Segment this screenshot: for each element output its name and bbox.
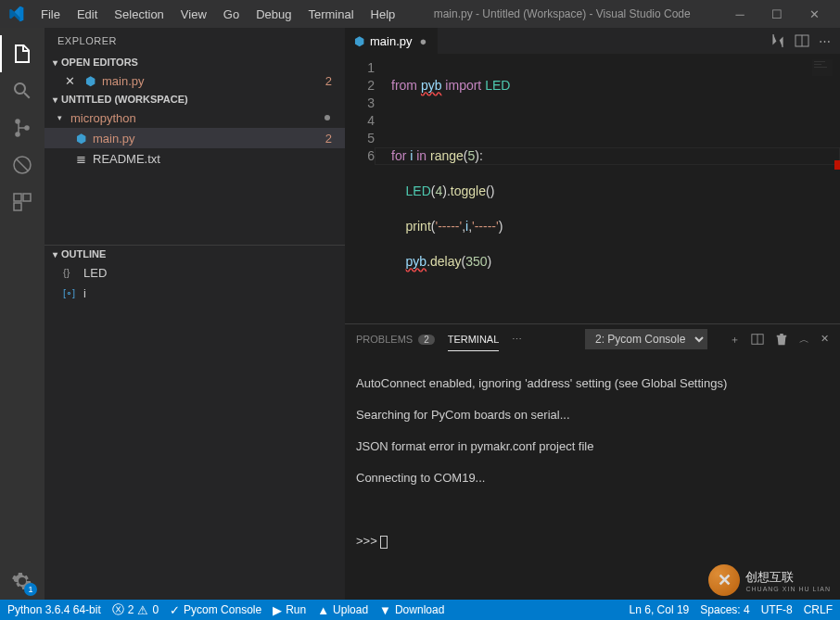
- chevron-down-icon: ▾: [57, 113, 69, 122]
- folder-row[interactable]: ▾ micropython: [45, 108, 345, 128]
- terminal-cursor: [380, 536, 388, 549]
- menu-go[interactable]: Go: [216, 4, 247, 25]
- minimize-button[interactable]: ─: [721, 0, 758, 28]
- download-icon: ▼: [379, 603, 391, 617]
- minimap[interactable]: [812, 59, 833, 76]
- activity-debug[interactable]: [0, 146, 45, 183]
- open-editors-label: OPEN EDITORS: [61, 57, 138, 68]
- panel-tab-problems[interactable]: PROBLEMS 2: [356, 328, 435, 350]
- terminal-selector[interactable]: 2: Pycom Console: [585, 329, 707, 349]
- chevron-down-icon: ▾: [48, 95, 61, 105]
- activity-extensions[interactable]: [0, 183, 45, 221]
- maximize-button[interactable]: ☐: [758, 0, 795, 28]
- compare-changes-icon[interactable]: [770, 33, 785, 48]
- section-workspace[interactable]: ▾ UNTITLED (WORKSPACE): [45, 91, 345, 108]
- outline-label: OUTLINE: [61, 248, 106, 259]
- close-button[interactable]: ✕: [795, 0, 833, 28]
- menu-debug[interactable]: Debug: [248, 4, 299, 25]
- python-file-icon: ⬢: [72, 132, 89, 146]
- sidebar-title: EXPLORER: [45, 28, 345, 54]
- play-icon: ▶: [273, 603, 282, 617]
- activity-search[interactable]: [0, 72, 45, 109]
- menu-help[interactable]: Help: [363, 4, 403, 25]
- python-file-icon: ⬢: [354, 34, 364, 48]
- close-panel-icon[interactable]: ✕: [821, 333, 829, 347]
- file-row[interactable]: ≣ README.txt: [45, 148, 345, 169]
- chevron-down-icon: ▾: [48, 249, 61, 259]
- modified-dot-icon: [325, 115, 330, 120]
- warning-icon: ⚠: [137, 603, 148, 617]
- status-eol[interactable]: CRLF: [804, 603, 833, 616]
- activity-bar: 1: [0, 28, 45, 600]
- terminal-output[interactable]: AutoConnect enabled, ignoring 'address' …: [345, 354, 840, 600]
- text-file-icon: ≣: [72, 152, 89, 166]
- menu-view[interactable]: View: [173, 4, 214, 25]
- code-content[interactable]: from pyb import LED for i in range(5): L…: [391, 59, 840, 323]
- svg-rect-5: [814, 64, 821, 65]
- svg-rect-6: [814, 67, 827, 68]
- status-problems[interactable]: ⓧ2 ⚠0: [112, 601, 159, 618]
- section-outline[interactable]: ▾ OUTLINE: [45, 245, 345, 262]
- status-indentation[interactable]: Spaces: 4: [700, 603, 749, 616]
- line-gutter: 1 2 3 4 5 6: [345, 59, 391, 323]
- title-bar: File Edit Selection View Go Debug Termin…: [0, 0, 840, 28]
- section-open-editors[interactable]: ▾ OPEN EDITORS: [45, 54, 345, 70]
- file-row[interactable]: ⬢ main.py 2: [45, 128, 345, 148]
- symbol-label: LED: [83, 266, 107, 280]
- window-title: main.py - Untitled (Workspace) - Visual …: [402, 7, 721, 20]
- explorer-sidebar: EXPLORER ▾ OPEN EDITORS ✕ ⬢ main.py 2 ▾ …: [45, 28, 345, 600]
- open-editor-item[interactable]: ✕ ⬢ main.py 2: [45, 70, 345, 91]
- kill-terminal-icon[interactable]: [775, 333, 788, 347]
- activity-settings[interactable]: 1: [0, 563, 45, 600]
- more-panels-icon[interactable]: ⋯: [512, 334, 522, 346]
- editor-actions: ⋯: [770, 28, 840, 54]
- workspace-label: UNTITLED (WORKSPACE): [61, 94, 188, 105]
- menu-terminal[interactable]: Terminal: [300, 4, 361, 25]
- tab-label: main.py: [370, 34, 413, 48]
- status-run[interactable]: ▶Run: [273, 603, 306, 617]
- split-editor-icon[interactable]: [795, 33, 809, 48]
- close-dirty-icon[interactable]: ✕: [61, 74, 78, 88]
- bottom-panel: PROBLEMS 2 TERMINAL ⋯ 2: Pycom Console ＋…: [345, 323, 840, 600]
- status-encoding[interactable]: UTF-8: [761, 603, 793, 616]
- maximize-panel-icon[interactable]: ︿: [799, 333, 809, 347]
- chevron-down-icon: ▾: [48, 57, 61, 68]
- status-pycom-console[interactable]: ✓Pycom Console: [170, 603, 261, 617]
- folder-label: micropython: [70, 111, 136, 125]
- status-upload[interactable]: ▲Upload: [317, 603, 368, 617]
- overview-ruler-error: [834, 160, 840, 170]
- code-editor[interactable]: 1 2 3 4 5 6 from pyb import LED for i in…: [345, 54, 840, 323]
- menu-file[interactable]: File: [33, 4, 68, 25]
- panel-tab-terminal[interactable]: TERMINAL: [448, 328, 500, 351]
- upload-icon: ▲: [317, 603, 329, 617]
- outline-symbol[interactable]: {} LED: [45, 262, 345, 283]
- status-bar: Python 3.6.4 64-bit ⓧ2 ⚠0 ✓Pycom Console…: [0, 600, 840, 620]
- menu-edit[interactable]: Edit: [70, 4, 105, 25]
- vscode-logo-icon: [7, 6, 24, 22]
- activity-explorer[interactable]: [0, 35, 45, 72]
- window-controls: ─ ☐ ✕: [721, 0, 833, 28]
- editor-tab[interactable]: ⬢ main.py ●: [345, 28, 439, 54]
- new-terminal-icon[interactable]: ＋: [730, 333, 740, 347]
- menu-selection[interactable]: Selection: [107, 4, 171, 25]
- symbol-label: i: [83, 286, 86, 300]
- split-terminal-icon[interactable]: [751, 333, 764, 347]
- settings-badge: 1: [24, 583, 37, 596]
- error-icon: ⓧ: [112, 601, 124, 618]
- editor-group: ⬢ main.py ● ⋯ 1 2 3 4 5 6 from pyb impor…: [345, 28, 840, 600]
- tab-bar: ⬢ main.py ● ⋯: [345, 28, 840, 54]
- file-label: README.txt: [93, 152, 160, 166]
- outline-symbol[interactable]: [∘] i: [45, 283, 345, 303]
- problem-badge: 2: [325, 132, 332, 146]
- svg-rect-4: [814, 61, 825, 62]
- more-actions-icon[interactable]: ⋯: [819, 34, 831, 48]
- menu-bar: File Edit Selection View Go Debug Termin…: [33, 4, 402, 25]
- file-label: main.py: [102, 74, 145, 88]
- activity-scm[interactable]: [0, 109, 45, 146]
- status-python[interactable]: Python 3.6.4 64-bit: [7, 603, 101, 616]
- file-label: main.py: [93, 132, 135, 146]
- status-cursor-position[interactable]: Ln 6, Col 19: [630, 603, 690, 616]
- close-tab-icon[interactable]: ●: [418, 34, 429, 48]
- check-icon: ✓: [170, 603, 180, 617]
- status-download[interactable]: ▼Download: [379, 603, 444, 617]
